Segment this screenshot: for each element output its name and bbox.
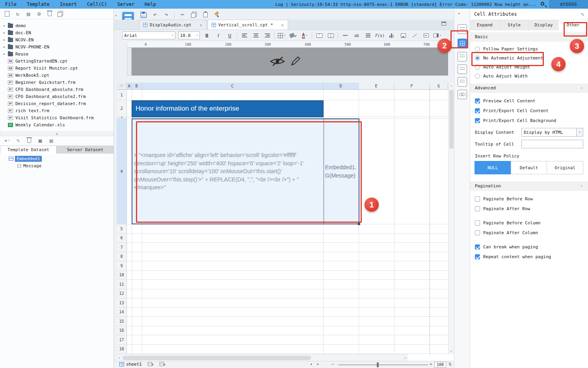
row-header[interactable]: 1: [117, 90, 127, 100]
chevron-down-icon[interactable]: ▾: [576, 128, 583, 136]
close-tab-icon[interactable]: ×: [199, 23, 203, 27]
new-template-icon[interactable]: [4, 10, 11, 17]
font-family-select[interactable]: Arial▾: [122, 31, 175, 39]
menu-item[interactable]: File: [0, 0, 22, 9]
radio-icon[interactable]: [475, 46, 480, 52]
file-tree-item[interactable]: ▸ NCOV-EN: [0, 36, 114, 43]
scroll-left-icon[interactable]: ◂: [118, 356, 120, 360]
expand-arrow-icon[interactable]: ▸: [3, 38, 7, 42]
grid-row[interactable]: 7: [117, 243, 448, 252]
save-button[interactable]: [140, 11, 147, 18]
column-header[interactable]: A: [127, 83, 132, 89]
merged-cell-b2-title[interactable]: Honor information of the enterprise: [132, 100, 324, 117]
radio-icon[interactable]: [475, 55, 480, 61]
file-tree-item[interactable]: ▸ Visit Statistics Dashboard.frm: [0, 114, 114, 121]
undo-button[interactable]: ↶: [151, 11, 158, 18]
tree-collapse-bar[interactable]: ▲: [0, 131, 114, 136]
expand-panel-icon[interactable]: ▸: [458, 11, 460, 15]
checkbox-option[interactable]: Preview Cell Content: [475, 96, 588, 106]
parameter-pane[interactable]: [132, 48, 448, 76]
fill-color-button[interactable]: ▾: [289, 31, 298, 39]
insert-line-button[interactable]: [341, 31, 350, 39]
checkbox-option[interactable]: Paginate After Column: [475, 228, 588, 238]
file-tree-item[interactable]: ▸ Beginner Quickstart.frm: [0, 79, 114, 86]
attribute-tab[interactable]: Style: [500, 20, 529, 30]
row-header[interactable]: 13: [117, 298, 127, 307]
file-tree-item[interactable]: ▸ Reuse: [0, 50, 114, 57]
row-header[interactable]: 2: [117, 100, 127, 117]
tooltip-input[interactable]: [521, 140, 583, 148]
checkbox-icon[interactable]: [475, 244, 480, 250]
document-tab[interactable]: DisplayAudio.cpt ×: [139, 20, 207, 30]
attribute-tab[interactable]: Other: [558, 20, 588, 30]
zoom-in-button[interactable]: +: [430, 362, 432, 367]
checkbox-option[interactable]: Paginate Before Row: [475, 194, 588, 204]
search-icon[interactable]: [540, 1, 547, 8]
hyperlink-icon[interactable]: [458, 90, 467, 99]
delete-dataset-icon[interactable]: [26, 137, 33, 144]
row-header[interactable]: 10: [117, 271, 127, 280]
display-content-select[interactable]: Display by HTML ▾: [521, 128, 583, 137]
file-tree-item[interactable]: ▸ doc-EN: [0, 29, 114, 36]
checkbox-option[interactable]: Paginate After Row: [475, 204, 588, 214]
settings-gear-icon[interactable]: ⚙: [35, 10, 43, 17]
sheet-tab[interactable]: sheet1: [119, 362, 142, 367]
collapse-left-icon[interactable]: ◂: [115, 13, 117, 17]
attribute-tab[interactable]: Expand: [470, 20, 500, 30]
checkbox-icon[interactable]: [475, 230, 480, 235]
checkbox-icon[interactable]: [475, 206, 480, 211]
insert-widget-button[interactable]: [422, 31, 430, 39]
delete-icon[interactable]: [46, 10, 53, 17]
file-tree-item[interactable]: ▸ GettingStartedEN.cpt: [0, 57, 114, 65]
edit-dataset-icon[interactable]: ✎: [15, 137, 22, 144]
grid-row[interactable]: 10: [117, 271, 448, 280]
insert-formula-button[interactable]: F(x): [375, 31, 385, 39]
font-size-select[interactable]: 10.0▾: [178, 31, 200, 39]
file-tree-item[interactable]: ▸ CFO Dashboard_absolute2.frm: [0, 93, 114, 100]
file-tree-item[interactable]: ▸ demo: [0, 22, 114, 29]
scroll-up-icon[interactable]: ▴: [448, 84, 454, 87]
hide-preview-icon[interactable]: [270, 56, 285, 68]
column-header[interactable]: C: [142, 83, 323, 89]
cell-style-button[interactable]: [364, 31, 372, 39]
row-header[interactable]: 6: [117, 234, 127, 243]
insert-image-button[interactable]: [399, 31, 408, 39]
row-header[interactable]: 15: [117, 317, 127, 326]
log-status-text[interactable]: Log | Seriously:10:54:33 http-nio-8075-e…: [275, 2, 536, 7]
dataset-tab[interactable]: Template Dataset: [0, 146, 57, 153]
copy-button[interactable]: [190, 11, 197, 18]
prev-sheet-icon[interactable]: ◂: [310, 362, 312, 366]
dataset-item-embedded1[interactable]: Embedded1: [0, 155, 114, 162]
insert-agg-sheet-icon[interactable]: +: [160, 362, 166, 366]
close-tab-icon[interactable]: ×: [281, 23, 284, 27]
condition-attributes-icon[interactable]: [458, 77, 467, 87]
checkbox-icon[interactable]: [475, 118, 480, 123]
column-header[interactable]: G: [430, 83, 448, 89]
row-header[interactable]: 11: [117, 280, 127, 289]
checkbox-icon[interactable]: [475, 98, 480, 104]
grid-row[interactable]: 6: [117, 234, 448, 243]
menu-item[interactable]: Template: [22, 0, 55, 9]
vertical-scroll-thumb[interactable]: [449, 90, 454, 149]
preview-icon[interactable]: ▤: [25, 10, 32, 17]
file-tree-item[interactable]: ▸ NCOV-PHONE-EN: [0, 43, 114, 50]
file-tree-item[interactable]: ▸ Weekly Calendar.xls: [0, 121, 114, 128]
zoom-slider-thumb[interactable]: [377, 362, 379, 367]
grid-row[interactable]: 15: [117, 317, 448, 326]
grid-row[interactable]: 17: [117, 335, 448, 345]
checkbox-option[interactable]: Paginate Before Column: [475, 218, 588, 228]
radio-option[interactable]: Follow Paper Settings: [475, 44, 588, 54]
add-dataset-button[interactable]: +▾: [4, 137, 11, 144]
insert-text-button[interactable]: ab: [352, 31, 361, 39]
menu-item[interactable]: Help: [140, 0, 161, 9]
grid-row[interactable]: 12: [117, 289, 448, 299]
expand-arrow-icon[interactable]: ▸: [3, 31, 7, 35]
expand-arrow-icon[interactable]: ▸: [3, 24, 7, 28]
redo-button[interactable]: ↷: [163, 11, 170, 18]
row-header[interactable]: 4: [117, 118, 127, 224]
cell-element-icon[interactable]: [458, 24, 467, 34]
grid-row[interactable]: 1: [117, 90, 448, 100]
checkbox-icon[interactable]: [475, 196, 480, 202]
column-header[interactable]: E: [359, 83, 394, 89]
menu-item[interactable]: Insert: [55, 0, 82, 9]
